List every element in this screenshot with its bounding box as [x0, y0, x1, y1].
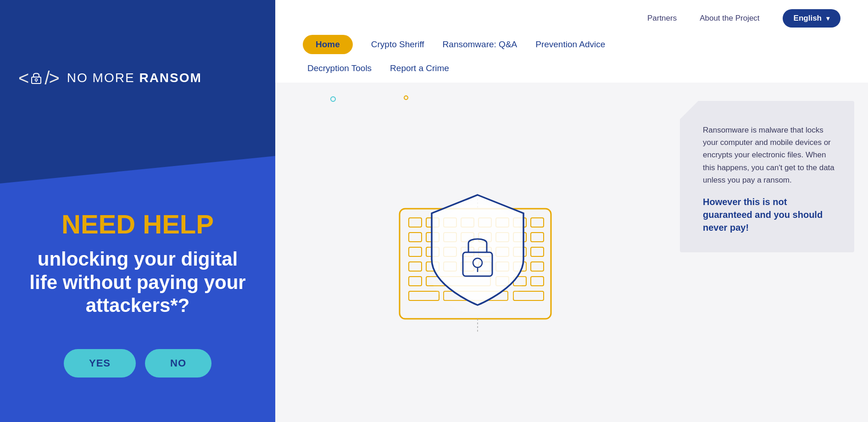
- nav-crypto-sheriff[interactable]: Crypto Sheriff: [371, 35, 424, 54]
- nav-prevention-advice[interactable]: Prevention Advice: [535, 35, 605, 54]
- partners-link[interactable]: Partners: [647, 14, 677, 23]
- info-card: Ransomware is malware that locks your co…: [680, 101, 854, 252]
- top-nav: Partners About the Project English ▾ Hom…: [275, 0, 868, 83]
- left-panel: < /> NO MORE RANSOM NEED HELP unlocking …: [0, 0, 275, 422]
- svg-rect-36: [409, 277, 422, 286]
- content-area: Ransomware is malware that locks your co…: [275, 83, 868, 422]
- svg-rect-40: [531, 277, 544, 286]
- logo-bold: RANSOM: [139, 71, 201, 85]
- keyboard-lock-illustration: [381, 167, 574, 337]
- language-label: English: [794, 14, 822, 23]
- info-emphasis: However this is not guaranteed and you s…: [703, 195, 836, 234]
- bracket-close: />: [45, 68, 58, 89]
- svg-point-1: [35, 79, 38, 81]
- logo-icon: < />: [18, 68, 59, 89]
- top-nav-upper: Partners About the Project English ▾: [303, 9, 840, 35]
- svg-rect-11: [531, 218, 544, 227]
- nav-decryption-tools[interactable]: Decryption Tools: [307, 59, 372, 78]
- info-text: Ransomware is malware that locks your co…: [703, 124, 836, 186]
- need-help-title: NEED HELP: [61, 210, 214, 239]
- yes-button[interactable]: YES: [64, 349, 136, 378]
- svg-rect-43: [513, 291, 544, 300]
- svg-rect-27: [531, 247, 544, 256]
- svg-rect-0: [32, 77, 41, 83]
- main-nav-row1: Home Crypto Sheriff Ransomware: Q&A Prev…: [303, 35, 840, 59]
- need-help-subtitle: unlocking your digital life without payi…: [23, 248, 252, 317]
- logo-area-container: < /> NO MORE RANSOM: [0, 0, 275, 156]
- nav-ransomware-qa[interactable]: Ransomware: Q&A: [443, 35, 517, 54]
- nav-report-crime[interactable]: Report a Crime: [390, 59, 449, 78]
- svg-rect-4: [409, 218, 422, 227]
- nav-home[interactable]: Home: [303, 35, 353, 54]
- logo-text: NO MORE RANSOM: [67, 71, 202, 85]
- dot-gold-1: [404, 95, 408, 100]
- chevron-down-icon: ▾: [826, 15, 829, 22]
- bracket-open: <: [18, 68, 28, 89]
- svg-rect-20: [409, 247, 422, 256]
- dot-cyan-1: [330, 96, 336, 102]
- main-nav-row2: Decryption Tools Report a Crime: [303, 59, 840, 83]
- svg-rect-35: [531, 262, 544, 271]
- logo-normal: NO MORE: [67, 71, 139, 85]
- svg-rect-41: [409, 291, 439, 300]
- logo-area: < /> NO MORE RANSOM: [18, 68, 202, 89]
- no-button[interactable]: NO: [145, 349, 211, 378]
- hero-section: NEED HELP unlocking your digital life wi…: [0, 156, 275, 422]
- cta-buttons: YES NO: [64, 349, 211, 378]
- svg-rect-12: [409, 233, 422, 242]
- about-link[interactable]: About the Project: [700, 14, 759, 23]
- lock-icon: [29, 71, 44, 85]
- right-panel: Partners About the Project English ▾ Hom…: [275, 0, 868, 422]
- illustration-area: [275, 83, 680, 422]
- language-button[interactable]: English ▾: [783, 9, 840, 28]
- svg-rect-19: [531, 233, 544, 242]
- svg-rect-28: [409, 262, 422, 271]
